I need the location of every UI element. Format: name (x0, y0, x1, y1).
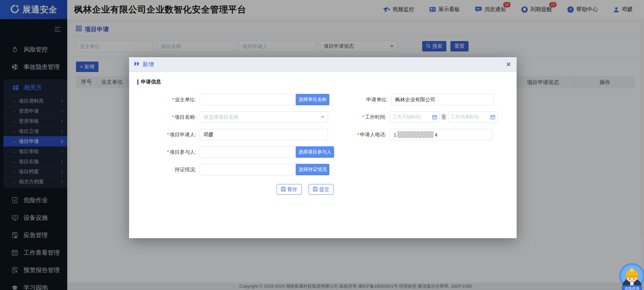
online-service-widget[interactable]: 在线咨询 (618, 263, 644, 290)
phone-prefix: 1 (394, 132, 396, 138)
project-name-label: 项目名称: (137, 111, 200, 123)
owner-unit-label: 业主单位: (137, 94, 200, 105)
add-dialog: 新增 ✕ 申请信息 业主单位: 选择单位名称 申请单位: 项目名称: (129, 57, 517, 238)
submit-button[interactable]: 提交 (309, 184, 334, 195)
certificates-input[interactable] (200, 164, 296, 175)
dialog-footer-buttons: 暂存 提交 (137, 184, 517, 195)
applicant-input[interactable] (200, 129, 328, 140)
date-range-separator: 至 (440, 111, 448, 123)
online-service-label: 在线咨询 (622, 285, 642, 290)
floppy-icon (281, 187, 286, 192)
save-draft-button[interactable]: 暂存 (277, 184, 302, 195)
participants-label: 项目参与人: (137, 146, 200, 158)
certificates-label: 持证情况: (137, 164, 200, 175)
project-name-select[interactable]: 请选择项目名称 (200, 111, 328, 123)
dialog-title: 新增 (143, 61, 154, 68)
calendar-icon (432, 115, 437, 119)
phone-masked-digits (397, 131, 434, 138)
owner-unit-input[interactable] (200, 94, 296, 105)
apply-unit-input[interactable] (391, 94, 494, 105)
phone-input[interactable]: 1 4 (390, 129, 492, 140)
phone-label: 申请人电话: (328, 129, 390, 140)
choose-certificates-button[interactable]: 选择持证情况 (296, 164, 329, 175)
choose-participants-button[interactable]: 选择项目参与人 (296, 146, 334, 158)
dialog-body: 申请信息 业主单位: 选择单位名称 申请单位: 项目名称: 请选择项目名称 (129, 72, 517, 195)
section-title: 申请信息 (137, 79, 517, 85)
choose-owner-unit-button[interactable]: 选择单位名称 (296, 94, 329, 105)
work-time-label: 工作时间: (328, 111, 390, 123)
participants-input[interactable] (200, 146, 296, 158)
floppy-icon (313, 187, 318, 192)
apply-unit-label: 申请单位: (329, 94, 391, 105)
applicant-label: 项目申请人: (137, 129, 200, 140)
work-start-date-picker[interactable]: 工作开始时间 (390, 111, 440, 123)
close-icon[interactable]: ✕ (506, 61, 511, 68)
work-end-date-picker[interactable]: 工作结束时间 (448, 111, 498, 123)
dropdown-arrow-icon (321, 116, 324, 118)
application-form: 业主单位: 选择单位名称 申请单位: 项目名称: 请选择项目名称 (137, 94, 517, 195)
dialog-header: 新增 ✕ (129, 57, 517, 72)
phone-suffix: 4 (435, 132, 437, 138)
double-chevron-icon (134, 61, 140, 68)
calendar-icon (490, 115, 495, 119)
